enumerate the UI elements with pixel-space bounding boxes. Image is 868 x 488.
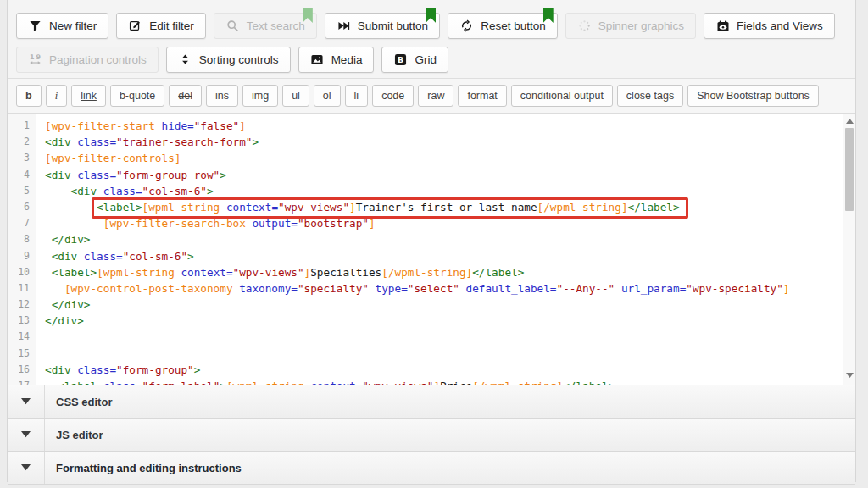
code-editor[interactable]: 1[wpv-filter-start hide="false"]2<div cl… [8, 113, 855, 385]
spinner-icon [577, 19, 592, 33]
line-number: 5 [8, 183, 36, 199]
sort-arrows-icon [178, 53, 192, 67]
line-number: 11 [8, 280, 36, 297]
code-text[interactable]: <div class="col-sm-6"> [36, 248, 194, 264]
line-number: 6 [8, 199, 36, 215]
toolbar-button-fields-and-views[interactable]: Fields and Views [704, 13, 835, 39]
code-text[interactable]: [wpv-control-post-taxonomy taxonomy="spe… [36, 280, 790, 297]
svg-text:1: 1 [30, 53, 35, 61]
accordion-formatting-and-editing-instructions[interactable]: Formatting and editing instructions [8, 452, 855, 485]
code-text[interactable]: <div class="trainer-search-form"> [36, 134, 259, 150]
chevron-down-icon [8, 419, 45, 451]
fast-forward-icon [337, 19, 351, 33]
code-line-16: 16<div class="form-group"> [8, 362, 843, 378]
fields-and-views-icon [715, 19, 730, 33]
toolbar-button-label: Edit filter [149, 19, 194, 32]
editor-accordions: CSS editorJS editorFormatting and editin… [8, 385, 855, 485]
bootstrap-grid-icon: B [393, 53, 408, 67]
code-text[interactable]: </div> [36, 297, 90, 313]
code-line-11: 11 [wpv-control-post-taxonomy taxonomy="… [8, 280, 843, 297]
svg-text:B: B [398, 55, 403, 64]
code-text[interactable]: [wpv-filter-controls] [36, 150, 181, 166]
code-text[interactable]: [wpv-filter-start hide="false"] [36, 118, 246, 134]
toolbar-button-reset-button[interactable]: Reset button [448, 13, 558, 39]
views-filter-editor-panel: New filterEdit filterText searchSubmit b… [7, 0, 856, 482]
bookmark-flag-icon [426, 8, 436, 23]
code-line-6: 6 <label>[wpml-string context="wpv-views… [8, 199, 843, 215]
line-number: 8 [8, 231, 36, 247]
media-image-icon [310, 53, 325, 67]
bookmark-flag-icon [303, 8, 313, 23]
accordion-label: JS editor [45, 419, 103, 451]
scroll-up-icon[interactable] [846, 118, 854, 125]
code-text[interactable]: </div> [36, 231, 90, 247]
quicktag-ul[interactable]: ul [282, 85, 309, 107]
line-number: 14 [8, 329, 36, 345]
code-line-10: 10 <label>[wpml-string context="wpv-view… [8, 264, 843, 280]
accordion-css-editor[interactable]: CSS editor [8, 385, 855, 419]
code-text[interactable]: <label>[wpml-string context="wpv-views"]… [36, 264, 524, 280]
line-number: 10 [8, 264, 36, 280]
bookmark-flag-icon [543, 8, 554, 23]
line-number: 13 [8, 313, 36, 329]
quicktag-format[interactable]: format [458, 85, 506, 107]
code-text[interactable]: <div class="form-group"> [36, 362, 200, 378]
scrollbar-thumb[interactable] [845, 128, 854, 211]
code-text[interactable] [36, 346, 45, 362]
quicktag-link[interactable]: link [71, 85, 106, 107]
line-number: 1 [8, 118, 36, 134]
quicktag-close-tags[interactable]: close tags [617, 85, 683, 107]
code-text[interactable]: <div class="form-group row"> [36, 167, 226, 183]
toolbar-button-label: Fields and Views [737, 19, 823, 32]
code-text[interactable]: <label>[wpml-string context="wpv-views"]… [36, 199, 680, 215]
accordion-label: CSS editor [45, 385, 112, 418]
code-text[interactable]: [wpv-filter-search-box output="bootstrap… [36, 215, 376, 231]
quicktag-li[interactable]: li [345, 85, 369, 107]
code-text[interactable] [36, 329, 45, 345]
quicktag-i[interactable]: i [46, 85, 67, 107]
quicktag-conditional-output[interactable]: conditional output [511, 85, 613, 107]
code-line-9: 9 <div class="col-sm-6"> [8, 248, 843, 264]
toolbar-button-label: Pagination controls [49, 53, 147, 66]
line-number: 7 [8, 215, 36, 231]
code-line-8: 8 </div> [8, 231, 843, 247]
reset-recycle-icon [459, 19, 474, 33]
quicktag-raw[interactable]: raw [418, 85, 453, 107]
toolbar-button-edit-filter[interactable]: Edit filter [116, 13, 206, 39]
line-number: 15 [8, 346, 36, 362]
toolbar-button-label: Submit button [358, 19, 428, 32]
search-icon [225, 19, 240, 33]
accordion-label: Formatting and editing instructions [45, 452, 242, 484]
code-text[interactable]: <div class="col-sm-6"> [36, 183, 214, 199]
quicktag-ol[interactable]: ol [314, 85, 341, 107]
toolbar-button-new-filter[interactable]: New filter [16, 13, 108, 39]
code-line-14: 14 [8, 329, 843, 345]
scroll-down-icon[interactable] [846, 372, 854, 379]
quicktag-code[interactable]: code [372, 85, 414, 107]
line-number: 3 [8, 150, 36, 166]
code-line-5: 5 <div class="col-sm-6"> [8, 183, 843, 199]
code-text[interactable]: </div> [36, 313, 84, 329]
accordion-js-editor[interactable]: JS editor [8, 419, 855, 452]
quicktag-del[interactable]: del [169, 85, 202, 107]
quicktag-b-quote[interactable]: b-quote [110, 85, 164, 107]
code-line-4: 4<div class="form-group row"> [8, 167, 843, 183]
code-text[interactable]: <label class="form-label">[wpml-string c… [36, 378, 615, 385]
quicktags-toolbar: bilinkb-quotedelinsimgulollicoderawforma… [8, 78, 855, 113]
quicktag-img[interactable]: img [242, 85, 278, 107]
editor-scrollbar[interactable] [843, 114, 855, 385]
quicktag-b[interactable]: b [16, 85, 42, 107]
quicktag-show-bootstrap-buttons[interactable]: Show Bootstrap buttons [687, 85, 819, 107]
code-area[interactable]: 1[wpv-filter-start hide="false"]2<div cl… [8, 118, 843, 385]
toolbar-button-submit-button[interactable]: Submit button [325, 13, 440, 39]
chevron-down-icon [8, 452, 45, 484]
toolbar-button-sorting-controls[interactable]: Sorting controls [166, 47, 291, 73]
quicktag-ins[interactable]: ins [206, 85, 238, 107]
toolbar-button-grid[interactable]: BGrid [381, 47, 448, 73]
toolbar-button-label: Text search [247, 19, 305, 32]
filter-toolbar-row-1: New filterEdit filterText searchSubmit b… [8, 0, 855, 41]
toolbar-button-pagination-controls: 19Pagination controls [16, 47, 159, 73]
toolbar-button-media[interactable]: Media [298, 47, 375, 73]
toolbar-button-label: Spinner graphics [598, 19, 684, 32]
line-number: 12 [8, 297, 36, 313]
